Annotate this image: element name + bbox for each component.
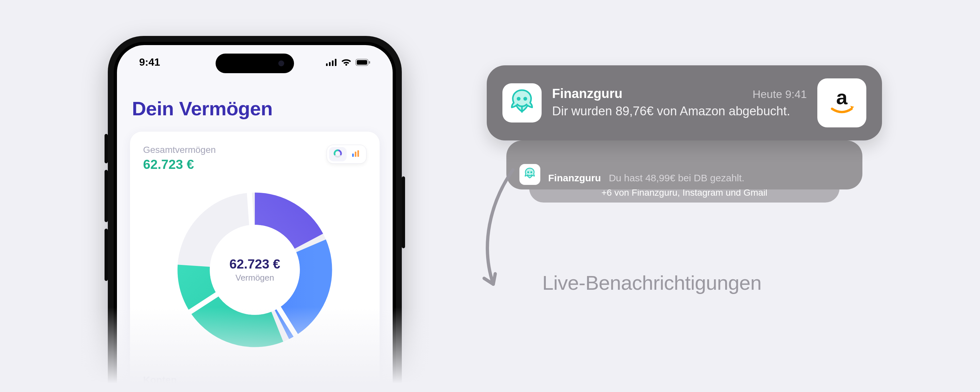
battery-icon — [355, 59, 371, 66]
svg-rect-1 — [329, 62, 331, 66]
chart-view-toggle — [327, 145, 366, 164]
svg-rect-8 — [352, 153, 354, 157]
notification-time: Heute 9:41 — [752, 88, 807, 100]
notification-app-name: Finanzguru — [552, 86, 623, 101]
svg-point-17 — [531, 172, 532, 173]
phone-power-button — [402, 177, 405, 248]
cellular-signal-icon — [326, 59, 337, 66]
svg-point-18 — [517, 98, 520, 100]
svg-rect-6 — [369, 61, 370, 64]
wealth-subtitle: Gesamtvermögen — [143, 145, 216, 155]
status-time: 9:41 — [139, 56, 160, 68]
callout-arrow-icon — [444, 163, 529, 301]
svg-rect-5 — [357, 60, 367, 65]
bar-chart-icon — [351, 149, 360, 159]
wealth-card: Gesamtvermögen 62.723 € — [130, 132, 380, 392]
phone-silent-switch — [105, 134, 108, 163]
phone-volume-down — [105, 229, 108, 281]
dynamic-island — [216, 54, 294, 73]
donut-center-label: Vermögen — [229, 273, 280, 283]
donut-chart-icon — [333, 149, 342, 159]
bar-view-button[interactable] — [347, 147, 364, 161]
wifi-icon — [341, 59, 352, 66]
notification-secondary-app: Finanzguru — [548, 172, 601, 183]
svg-rect-0 — [326, 64, 328, 66]
svg-rect-3 — [335, 59, 336, 66]
feature-caption: Live-Benachrichtigungen — [542, 271, 762, 294]
donut-center-amount: 62.723 € — [229, 257, 280, 271]
phone-volume-up — [105, 170, 108, 222]
accounts-section-label: Konten — [143, 374, 366, 386]
amazon-logo-icon: a — [826, 86, 858, 120]
wealth-amount: 62.723 € — [143, 157, 216, 172]
notification-message: Dir wurden 89,76€ von Amazon abgebucht. — [552, 103, 807, 120]
finanzguru-app-icon — [503, 83, 542, 123]
phone-mockup: 9:41 Dein Vermögen — [108, 36, 402, 392]
notification-thumbnail: a — [817, 78, 866, 127]
notification-primary[interactable]: Finanzguru Heute 9:41 Dir wurden 89,76€ … — [487, 65, 882, 140]
svg-text:a: a — [836, 86, 848, 108]
donut-center: 62.723 € Vermögen — [229, 257, 280, 283]
svg-rect-9 — [355, 151, 356, 157]
svg-rect-2 — [332, 61, 334, 66]
svg-point-19 — [524, 98, 527, 100]
svg-rect-10 — [357, 150, 359, 157]
donut-view-button[interactable] — [329, 147, 347, 161]
page-title: Dein Vermögen — [132, 97, 380, 120]
notification-secondary[interactable]: Finanzguru Du hast 48,99€ bei DB gezahlt… — [506, 140, 862, 190]
notification-secondary-message: Du hast 48,99€ bei DB gezahlt. — [609, 172, 745, 183]
